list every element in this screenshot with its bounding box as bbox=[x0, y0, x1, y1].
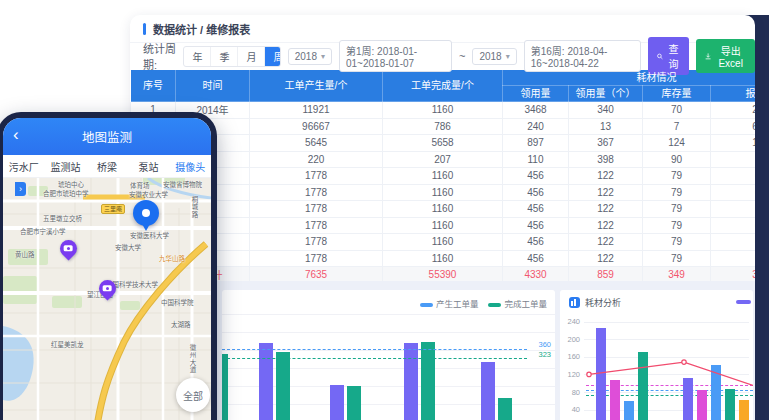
gridline bbox=[584, 357, 749, 358]
col-header-created: 工单产生量/个 bbox=[250, 70, 383, 102]
table-row: 177811604561227967 bbox=[131, 250, 756, 267]
show-all-button[interactable]: 全部 bbox=[176, 378, 210, 412]
cell: 124 bbox=[643, 135, 711, 152]
cell: 1160 bbox=[383, 201, 503, 218]
cell: 250 bbox=[711, 102, 756, 119]
export-button-label: 导出Excel bbox=[715, 43, 746, 69]
road-chip: 三里庵 bbox=[101, 204, 125, 214]
y-tick-label: 120 bbox=[562, 370, 580, 379]
selected-location-pin[interactable] bbox=[133, 200, 159, 226]
bar bbox=[610, 380, 620, 420]
week-start-value: 第1周: 2018-01-01~2018-01-07 bbox=[346, 43, 445, 69]
y-tick-label: 80 bbox=[562, 388, 580, 397]
phone-page-title: 地图监测 bbox=[82, 127, 132, 146]
bar bbox=[404, 343, 418, 420]
bar bbox=[683, 378, 693, 420]
bar bbox=[739, 400, 749, 420]
table-row: 56455658897367124129 bbox=[131, 135, 756, 152]
bar bbox=[347, 386, 361, 420]
cell: 367 bbox=[569, 135, 643, 152]
cell: 5658 bbox=[383, 135, 503, 152]
map-label: 桐城路 bbox=[189, 196, 199, 219]
breadcrumb-accent bbox=[143, 23, 146, 35]
col-header-sub3: 库存量 bbox=[643, 86, 711, 102]
week-end-value: 第16周: 2018-04-16~2018-04-22 bbox=[531, 43, 634, 69]
year-start-select[interactable]: 2018 ▾ bbox=[288, 48, 332, 65]
cell: 67 bbox=[711, 201, 756, 218]
cell: 1778 bbox=[250, 234, 383, 251]
map-label: 九华山路 bbox=[159, 253, 185, 263]
map-view[interactable]: 琥珀中心合肥市琥珀中学体育场安徽农业大学安徽省博物院桐城路五里墩立交桥安徽医科大… bbox=[3, 178, 211, 420]
period-option[interactable]: 年 bbox=[184, 47, 210, 66]
cell: 1778 bbox=[250, 168, 383, 185]
map-label: 红星美凯龙 bbox=[51, 339, 84, 349]
export-excel-button[interactable]: 导出Excel bbox=[696, 39, 755, 73]
phone-header: ‹ 地图监测 bbox=[3, 118, 211, 155]
ref-label-360: 360 bbox=[538, 340, 551, 349]
cell: 340 bbox=[569, 102, 643, 119]
cell: 5645 bbox=[250, 135, 383, 152]
phone-tab[interactable]: 监测站 bbox=[45, 159, 87, 174]
cell: 456 bbox=[503, 217, 569, 234]
table-row: 96667786240137690 bbox=[131, 118, 756, 135]
cell: 398 bbox=[569, 151, 643, 168]
y-tick-label: 200 bbox=[562, 335, 580, 344]
cell: 456 bbox=[503, 250, 569, 267]
cell: 456 bbox=[503, 234, 569, 251]
ref-line-360 bbox=[222, 349, 527, 350]
col-header-sub4: 报废量 bbox=[711, 86, 756, 102]
cell: 96667 bbox=[250, 118, 383, 135]
cell: 13 bbox=[569, 118, 643, 135]
period-option[interactable]: 月 bbox=[237, 47, 264, 66]
workorder-chart-panel: 产生工单量 完成工单量 360 323 bbox=[222, 290, 555, 420]
map-label: 安徽省博物院 bbox=[163, 179, 202, 189]
year-end-select[interactable]: 2018 ▾ bbox=[472, 48, 516, 65]
week-end-input[interactable]: 第16周: 2018-04-16~2018-04-22 bbox=[524, 40, 641, 72]
phone-tab[interactable]: 摄像头 bbox=[169, 159, 211, 174]
cell: 67 bbox=[711, 184, 756, 201]
period-option[interactable]: 周 bbox=[264, 47, 280, 66]
week-start-input[interactable]: 第1周: 2018-01-01~2018-01-07 bbox=[339, 40, 452, 72]
search-icon bbox=[657, 52, 663, 61]
cell: 1160 bbox=[383, 234, 503, 251]
cell: 1778 bbox=[250, 201, 383, 218]
bar bbox=[697, 390, 707, 420]
table-row: 177811604561227967 bbox=[131, 201, 756, 218]
y-tick-label: 240 bbox=[562, 317, 580, 326]
report-window: 数据统计 / 维修报表 统计周期: 年季月周日 2018 ▾ 第1周: 2018… bbox=[130, 15, 755, 420]
period-segment: 年季月周日 bbox=[183, 46, 280, 67]
phone-tab[interactable]: 污水厂 bbox=[3, 159, 45, 174]
bar bbox=[725, 389, 735, 420]
cell: 90 bbox=[643, 151, 711, 168]
cell: 11921 bbox=[250, 102, 383, 119]
period-option[interactable]: 季 bbox=[210, 47, 237, 66]
table-row: 2202071103989019 bbox=[131, 151, 756, 168]
stage: 数据统计 / 维修报表 统计周期: 年季月周日 2018 ▾ 第1周: 2018… bbox=[0, 0, 769, 420]
map-label: 安徽农业大学 bbox=[129, 189, 168, 199]
phone-tab[interactable]: 桥梁 bbox=[86, 159, 128, 174]
map-expander-button[interactable]: › bbox=[15, 182, 26, 196]
download-icon bbox=[705, 52, 711, 61]
phone-tab[interactable]: 泵站 bbox=[128, 159, 170, 174]
cell: 122 bbox=[569, 234, 643, 251]
cell: 456 bbox=[503, 201, 569, 218]
cell: 1778 bbox=[250, 250, 383, 267]
bar bbox=[222, 354, 228, 420]
cell: 67 bbox=[711, 250, 756, 267]
table-row: 177811604561227967 bbox=[131, 168, 756, 185]
cell: 70 bbox=[643, 102, 711, 119]
back-icon[interactable]: ‹ bbox=[13, 124, 19, 146]
ref-line-323 bbox=[222, 358, 527, 359]
phone-tabs: 污水厂监测站桥梁泵站摄像头 bbox=[3, 155, 211, 178]
query-button-label: 查询 bbox=[667, 41, 680, 71]
query-button[interactable]: 查询 bbox=[648, 37, 689, 75]
cell: 1160 bbox=[383, 217, 503, 234]
cell: 79 bbox=[643, 217, 711, 234]
cell: 1160 bbox=[383, 168, 503, 185]
ref-label-323: 323 bbox=[538, 350, 551, 359]
table-row: 12014年119211160346834070250 bbox=[131, 102, 756, 119]
map-label: 黄山路 bbox=[15, 249, 35, 259]
cell: 19 bbox=[711, 151, 756, 168]
cell: 897 bbox=[503, 135, 569, 152]
cell: 220 bbox=[250, 151, 383, 168]
